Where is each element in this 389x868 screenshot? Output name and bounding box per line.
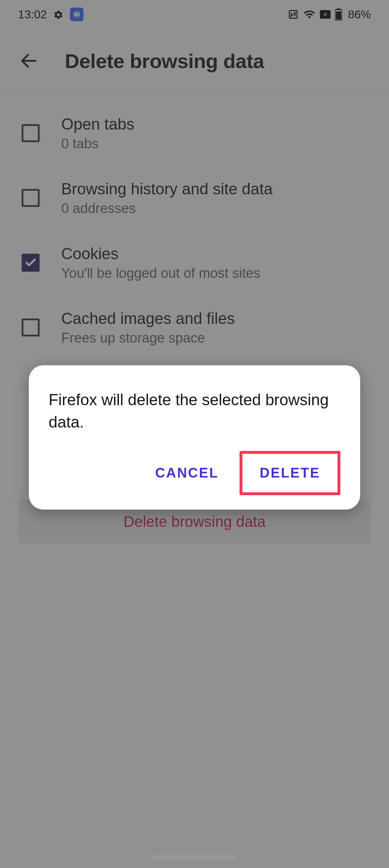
delete-confirm-button[interactable]: DELETE	[250, 458, 330, 488]
dialog-actions: CANCEL DELETE	[49, 451, 340, 495]
home-indicator[interactable]	[153, 855, 236, 859]
dialog-message: Firefox will delete the selected browsin…	[49, 389, 340, 433]
cancel-button[interactable]: CANCEL	[145, 458, 229, 488]
delete-highlight-annotation: DELETE	[240, 451, 340, 495]
confirm-dialog: Firefox will delete the selected browsin…	[29, 365, 360, 510]
